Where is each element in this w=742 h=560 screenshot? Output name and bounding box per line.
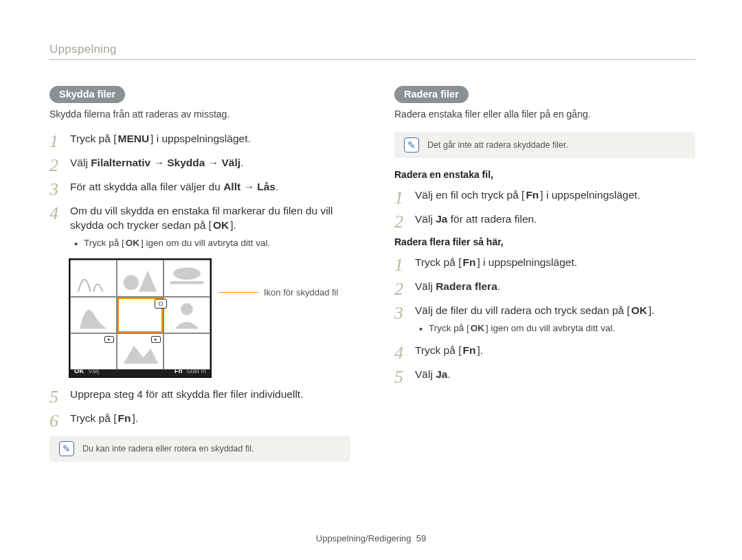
note-text: Det går inte att radera skyddade filer. — [427, 140, 568, 150]
svg-point-3 — [181, 303, 193, 315]
right-a-step-1: Välj en fil och tryck på [Fn] i uppspeln… — [394, 188, 695, 203]
thumb — [164, 297, 210, 333]
right-b-step-3: Välj de filer du vill radera och tryck s… — [394, 304, 695, 334]
lock-icon: O — [155, 299, 167, 309]
footer-page-number: 59 — [416, 533, 426, 544]
left-column: Skydda filer Skydda filerna från att rad… — [49, 86, 350, 473]
fn-icon: Fn — [461, 344, 477, 358]
thumb — [70, 297, 117, 333]
ok-icon: OK — [212, 219, 230, 233]
protect-subtitle: Skydda filerna från att raderas av misst… — [49, 109, 350, 120]
fn-icon: Fn — [116, 412, 132, 426]
delete-files-heading: Radera filer — [394, 86, 469, 103]
left-step-6: Tryck på [Fn]. — [49, 412, 350, 426]
thumb — [117, 260, 164, 296]
left-step-2: Välj Filalternativ → Skydda → Välj. — [49, 156, 350, 170]
note-text: Du kan inte radera eller rotera en skydd… — [82, 444, 254, 453]
callout-label: Ikon för skyddad fil — [264, 287, 338, 298]
ok-icon: OK — [469, 322, 486, 335]
thumb: ▸ — [117, 333, 164, 370]
note-box: ✎ Du kan inte radera eller rotera en sky… — [49, 436, 350, 462]
callout-line — [218, 292, 258, 293]
right-b-step-3-bullet: Tryck på [OK] igen om du vill avbryta di… — [415, 322, 695, 335]
svg-rect-2 — [170, 281, 203, 284]
left-step-4-bullet: Tryck på [OK] igen om du vill avbryta di… — [70, 237, 350, 249]
fn-icon: Fn — [524, 188, 540, 203]
thumb — [164, 260, 210, 296]
breadcrumb: Uppspelning — [49, 43, 695, 60]
video-icon: ▸ — [151, 336, 161, 343]
page-footer: Uppspelning/Redigering 59 — [0, 533, 742, 544]
protect-files-heading: Skydda filer — [49, 86, 125, 103]
right-column: Radera filer Radera enstaka filer eller … — [394, 86, 695, 473]
callout: Ikon för skyddad fil — [218, 287, 338, 298]
delete-many-heading: Radera flera filer så här, — [394, 236, 695, 247]
thumb — [164, 333, 210, 370]
right-b-step-1: Tryck på [Fn] i uppspelningsläget. — [394, 256, 695, 270]
fn-icon: Fn — [461, 256, 477, 270]
ok-icon: OK — [630, 304, 649, 318]
thumb — [70, 260, 117, 296]
thumb-selected: O — [117, 297, 164, 333]
ok-icon: OK — [124, 237, 141, 249]
svg-point-0 — [124, 275, 139, 290]
right-b-step-5: Välj Ja. — [394, 368, 695, 382]
left-step-4: Om du vill skydda en enstaka fil markera… — [49, 204, 350, 249]
camera-screen-mock: O ▸ ▸ ‹ 30 31 1 2 › — [69, 258, 212, 378]
menu-icon: MENU — [116, 132, 150, 146]
right-a-step-2: Välj Ja för att radera filen. — [394, 212, 695, 227]
left-step-1: Tryck på [MENU] i uppspelningsläget. — [49, 132, 350, 146]
left-step-5: Upprepa steg 4 för att skydda fler filer… — [49, 388, 350, 402]
right-b-step-2: Välj Radera flera. — [394, 280, 695, 294]
delete-subtitle: Radera enstaka filer eller alla filer på… — [394, 109, 695, 120]
right-b-step-4: Tryck på [Fn]. — [394, 344, 695, 358]
note-icon: ✎ — [59, 441, 74, 456]
note-icon: ✎ — [404, 137, 419, 153]
left-step-3: För att skydda alla filer väljer du Allt… — [49, 180, 350, 194]
svg-point-1 — [173, 267, 201, 280]
footer-section: Uppspelning/Redigering — [316, 533, 412, 544]
video-icon: ▸ — [104, 336, 114, 343]
delete-one-heading: Radera en enstaka fil, — [394, 169, 695, 180]
note-box: ✎ Det går inte att radera skyddade filer… — [394, 132, 695, 158]
thumb: ▸ — [70, 333, 117, 370]
